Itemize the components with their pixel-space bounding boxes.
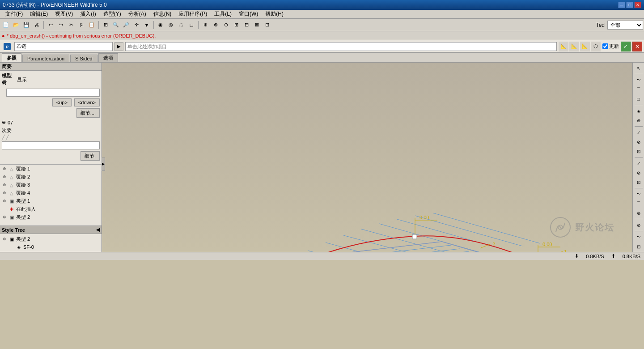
rt-cancel1[interactable]: ⊘ bbox=[634, 137, 644, 146]
rt-cancel2[interactable]: ⊘ bbox=[634, 168, 644, 177]
rt-wave[interactable]: 〜 bbox=[634, 190, 644, 199]
pan-button[interactable]: ✛ bbox=[131, 20, 141, 30]
style-item-type2[interactable]: ⊕ ▣ 类型 2 bbox=[0, 235, 102, 243]
update-check[interactable] bbox=[602, 43, 608, 49]
misc-btn6[interactable]: ⊠ bbox=[252, 20, 262, 30]
down-button[interactable]: <down> bbox=[74, 98, 100, 106]
rt-arc2[interactable]: ⌒ bbox=[634, 199, 644, 208]
detail-button-2[interactable]: 细节. bbox=[80, 151, 100, 161]
primary-input[interactable] bbox=[6, 89, 100, 97]
status-right-speed: 0.8KB/S bbox=[623, 254, 640, 259]
tree-item-insert[interactable]: ✚ 在此插入 bbox=[0, 205, 102, 213]
misc-btn3[interactable]: ⊙ bbox=[221, 20, 231, 30]
rt-wave2[interactable]: 〜 bbox=[634, 233, 644, 242]
tree-item-type2[interactable]: ⊕ ▣ 类型 2 bbox=[0, 213, 102, 221]
save-button[interactable]: 💾 bbox=[21, 20, 31, 30]
expand-sf0 bbox=[9, 244, 14, 250]
viewport[interactable]: 0.00 0.00 2 1 PRT_CSYS_DEF bbox=[102, 63, 632, 252]
cancel-button[interactable]: ✕ bbox=[632, 42, 642, 51]
search-go-button[interactable]: ▶ bbox=[114, 42, 123, 51]
rt-check1[interactable]: ✓ bbox=[634, 128, 644, 137]
rt-curve[interactable]: 〜 bbox=[634, 76, 644, 85]
tree-item-sketch1[interactable]: ⊕ △ 覆绘 1 bbox=[0, 165, 102, 173]
rt-box3[interactable]: ⊡ bbox=[634, 242, 644, 251]
tab-options[interactable]: 选项 bbox=[98, 53, 118, 62]
window-controls[interactable]: ─ □ ✕ bbox=[618, 2, 641, 8]
tree-item-type1[interactable]: ⊕ ▣ 类型 1 bbox=[0, 197, 102, 205]
menu-info[interactable]: 信息(N) bbox=[150, 9, 175, 19]
status-message: * dbg_err_crash() - continuing from seri… bbox=[7, 33, 156, 38]
up-button[interactable]: <up> bbox=[52, 98, 72, 106]
confirm-button[interactable]: ✓ bbox=[621, 42, 631, 51]
minimize-button[interactable]: ─ bbox=[618, 2, 625, 8]
misc-btn5[interactable]: ⊟ bbox=[242, 20, 251, 30]
copy-button[interactable]: ⎘ bbox=[76, 20, 86, 30]
action-icon-1[interactable]: 📐 bbox=[559, 42, 568, 51]
all-combo[interactable]: 全部 bbox=[607, 21, 643, 30]
menu-app[interactable]: 应用程序(P) bbox=[175, 9, 211, 19]
summary-label: 简要 bbox=[2, 63, 12, 70]
refit-button[interactable]: ⊞ bbox=[101, 20, 110, 30]
secondary-input[interactable] bbox=[2, 141, 100, 149]
misc-btn4[interactable]: ⊞ bbox=[231, 20, 241, 30]
close-button[interactable]: ✕ bbox=[634, 2, 641, 8]
noHidden-button[interactable]: □ bbox=[186, 20, 196, 30]
rt-cursor[interactable]: ↖ bbox=[634, 64, 644, 72]
hidden-button[interactable]: ◌ bbox=[176, 20, 186, 30]
rt-cancel3[interactable]: ⊘ bbox=[634, 221, 644, 230]
open-button[interactable]: 📂 bbox=[11, 20, 21, 30]
misc-btn1[interactable]: ⊕ bbox=[200, 20, 210, 30]
tab-reference[interactable]: 参照 bbox=[2, 53, 21, 62]
tree-item-sketch2[interactable]: ⊕ △ 覆绘 2 bbox=[0, 173, 102, 181]
menu-view[interactable]: 视图(V) bbox=[51, 9, 76, 19]
action-icon-2[interactable]: 📐 bbox=[569, 42, 579, 51]
menu-tools[interactable]: 工具(L) bbox=[211, 9, 235, 19]
style-tree-collapse[interactable]: ◀ bbox=[96, 227, 100, 233]
zoom-out-button[interactable]: 🔎 bbox=[121, 20, 131, 30]
rt-box1[interactable]: ⊡ bbox=[634, 147, 644, 156]
view-combo-btn[interactable]: ▼ bbox=[142, 20, 152, 30]
rt-surface[interactable]: □ bbox=[634, 94, 644, 103]
secondary-label: 次要 bbox=[2, 127, 100, 134]
misc-btn2[interactable]: ⊗ bbox=[211, 20, 220, 30]
cut-button[interactable]: ✂ bbox=[66, 20, 76, 30]
rt-arc[interactable]: ⌒ bbox=[634, 85, 644, 94]
rt-sep-5 bbox=[635, 188, 643, 188]
tab-ssided[interactable]: S Sided bbox=[70, 55, 97, 62]
toolbar-group-view: ⊞ 🔍 🔎 ✛ ▼ bbox=[101, 20, 152, 30]
paste-button[interactable]: 📋 bbox=[87, 20, 97, 30]
action-icon-4[interactable]: ⬡ bbox=[591, 42, 601, 51]
rt-check2[interactable]: ✓ bbox=[634, 159, 644, 168]
action-icon-3[interactable]: 📐 bbox=[580, 42, 590, 51]
misc-btn7[interactable]: ⊡ bbox=[262, 20, 272, 30]
menu-analysis[interactable]: 分析(A) bbox=[125, 9, 150, 19]
menu-edit[interactable]: 编辑(E) bbox=[26, 9, 51, 19]
rt-intersect[interactable]: ⊕ bbox=[634, 116, 644, 125]
panel-collapse-handle[interactable]: ▶ bbox=[102, 157, 105, 171]
menu-insert[interactable]: 插入(I) bbox=[76, 9, 99, 19]
rt-plus[interactable]: ⊕ bbox=[634, 209, 644, 217]
menu-file[interactable]: 文件(F) bbox=[2, 9, 26, 19]
add-item-placeholder[interactable] bbox=[125, 42, 557, 51]
menu-style[interactable]: 造型(Y) bbox=[100, 9, 125, 19]
new-button[interactable]: 📄 bbox=[1, 20, 11, 30]
tab-parameterization[interactable]: Parameterization bbox=[22, 55, 69, 62]
rt-point[interactable]: ◈ bbox=[634, 106, 644, 115]
menu-bar: 文件(F) 编辑(E) 视图(V) 插入(I) 造型(Y) 分析(A) 信息(N… bbox=[0, 10, 644, 19]
detail-button-1[interactable]: 细节.... bbox=[76, 108, 100, 118]
tree-item-sketch4[interactable]: ⊕ △ 覆绘 4 bbox=[0, 189, 102, 197]
undo-button[interactable]: ↩ bbox=[46, 20, 55, 30]
redo-button[interactable]: ↪ bbox=[56, 20, 66, 30]
style-item-sf0[interactable]: ◈ SF-0 bbox=[0, 243, 102, 251]
search-input[interactable] bbox=[14, 42, 113, 51]
wireframe-button[interactable]: ◎ bbox=[166, 20, 176, 30]
shading-button[interactable]: ◉ bbox=[156, 20, 165, 30]
update-checkbox[interactable]: 更新 bbox=[602, 43, 619, 50]
print-button[interactable]: 🖨 bbox=[32, 20, 42, 30]
maximize-button[interactable]: □ bbox=[626, 2, 633, 8]
zoom-in-button[interactable]: 🔍 bbox=[111, 20, 121, 30]
menu-window[interactable]: 窗口(W) bbox=[235, 9, 262, 19]
rt-box2[interactable]: ⊡ bbox=[634, 178, 644, 187]
menu-help[interactable]: 帮助(H) bbox=[262, 9, 287, 19]
tree-item-sketch3[interactable]: ⊕ △ 覆绘 3 bbox=[0, 181, 102, 189]
